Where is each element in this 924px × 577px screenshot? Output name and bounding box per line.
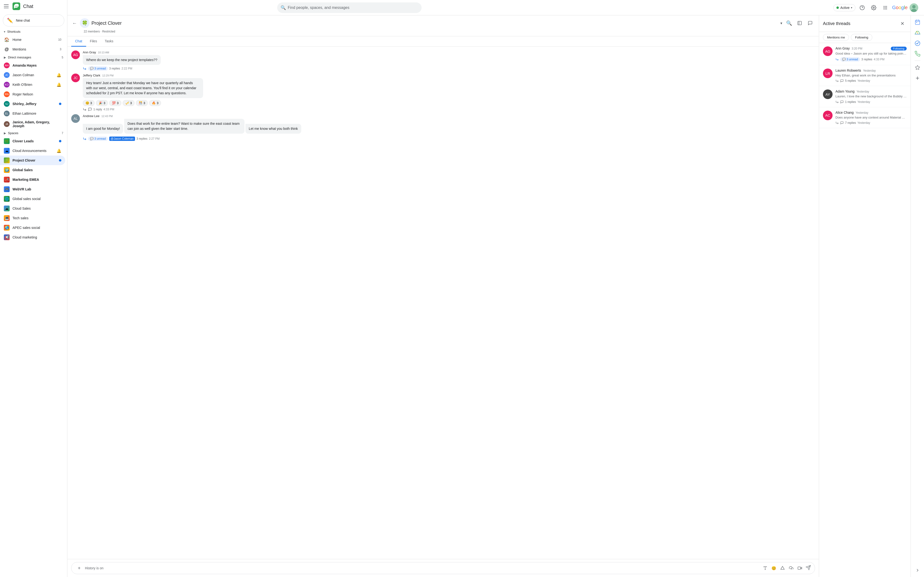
tab-chat[interactable]: Chat [71,36,86,47]
ann-gray-replies: 3 replies [109,67,120,70]
chat-threads-button[interactable] [805,18,815,28]
svg-point-10 [884,7,885,8]
tab-tasks[interactable]: Tasks [101,36,117,47]
andrew-lee-message-content: Andrew Lee 12:43 PM I am good for Monday… [83,114,815,141]
ethan-lattimore-label: Ethan Lattimore [13,111,61,115]
chat-send-button[interactable] [806,565,811,572]
spaces-expand-icon: ▶ [4,132,6,135]
mentions-label: Mentions [13,47,58,51]
jeffery-clark-time: 12:29 PM [102,74,113,77]
cloud-announcements-avatar: ☁ [4,148,10,154]
thread-adam-content: Adam Young Yesterday Lauren, I love the … [835,89,907,103]
calendar-app-icon[interactable] [913,17,922,27]
sidebar-item-roger-nelson[interactable]: RN Roger Nelson [0,89,65,99]
dm-section-header[interactable]: ▶ Direct messages 5 [0,54,67,61]
thread-item-adam-young[interactable]: AY Adam Young Yesterday Lauren, I love t… [819,86,911,107]
chat-format-button[interactable] [761,564,769,572]
filter-following-button[interactable]: Following [851,34,872,41]
thread-alice-sender: Alice Chang [835,111,854,114]
andrew-lee-thread-info[interactable]: 💬 3 unread @Jason Coleman 3 replies 2:27… [83,137,815,141]
sidebar-item-mentions[interactable]: @ Mentions 3 [0,45,65,54]
reaction-smile[interactable]: 😊3 [83,100,95,106]
sidebar-item-keith-obrien[interactable]: KO Keith O'Brien 🔔 [0,80,65,89]
chat-upload-button[interactable] [787,564,795,572]
reaction-confetti[interactable]: 🎊3 [136,100,148,106]
phone-app-icon[interactable] [913,49,922,59]
thread-adam-replies[interactable]: 1 replies Yesterday [835,100,907,104]
drive-app-icon[interactable] [913,28,922,37]
chat-tabs: Chat Files Tasks [67,36,819,47]
thread-item-lauren-robwerts[interactable]: LR Lauren Robwerts Yesterday Hey Ethan, … [819,65,911,86]
sidebar-item-ethan-lattimore[interactable]: EL Ethan Lattimore [0,109,65,118]
sidebar-item-webvr-lab[interactable]: 🎮 WebVR Lab [0,184,65,194]
chat-title: Project Clover [91,21,779,26]
andrew-lee-message-1: I am good for Monday! [83,124,123,134]
sidebar-item-marketing-emea[interactable]: 📣 Marketing EMEA [0,175,65,184]
jeffery-clark-thread-info[interactable]: 1 reply 4:33 PM [83,108,815,111]
thread-alice-replies[interactable]: 7 replies Yesterday [835,121,907,124]
sidebar: Chat ✏️ New chat ▾ Shortcuts 🏠 Home 10 @… [0,0,67,577]
thread-item-ann-gray[interactable]: AG Ann Gray 3:20 PM Following Good idea … [819,43,911,65]
expand-panel-icon[interactable] [913,566,922,575]
app-title: Chat [23,3,33,9]
chat-search-button[interactable]: 🔍 [784,18,794,28]
sidebar-item-amanda-hayes[interactable]: AH Amanda Hayes [0,61,65,70]
thread-item-alice-chang[interactable]: AC Alice Chang Yesterday Does anyone hav… [819,107,911,128]
cloud-marketing-label: Cloud marketing [13,235,61,239]
star-app-icon[interactable] [913,63,922,73]
sidebar-item-tech-sales[interactable]: 💻 Tech sales [0,213,65,223]
back-button[interactable]: ← [71,19,78,27]
chat-emoji-button[interactable]: 😊 [770,564,778,572]
filter-mentions-me-button[interactable]: Mentions me [823,34,849,41]
sidebar-item-apec-sales[interactable]: 🌏 APEC sales social [0,223,65,232]
keith-obrien-label: Keith O'Brien [13,83,55,87]
reaction-fire[interactable]: 🔥3 [149,100,161,106]
shortcuts-section-header[interactable]: ▾ Shortcuts [0,28,67,35]
spaces-section-header[interactable]: ▶ Spaces 7 [0,130,67,136]
reaction-party[interactable]: 🎉3 [96,100,108,106]
global-sales-label: Global Sales [13,168,61,172]
chat-video-button[interactable] [796,564,804,572]
jeffery-clark-message-content: Jeffery Clark 12:29 PM Hey team! Just a … [83,74,815,111]
chat-title-dropdown-icon[interactable]: ▾ [780,21,782,26]
chat-add-button[interactable]: + [75,564,83,572]
sidebar-item-janice-group[interactable]: JA Janice, Adam, Gregory, Joseph [0,118,65,130]
search-input[interactable] [277,2,422,13]
sidebar-item-jason-colman[interactable]: JC Jason Colman 🔔 [0,70,65,80]
ann-gray-time: 10:13 AM [98,51,109,54]
sidebar-item-global-sales-social[interactable]: 🌐 Global sales social [0,194,65,204]
ann-gray-thread-info[interactable]: 💬 3 unread 3 replies 2:22 PM [83,66,815,71]
tasks-app-icon[interactable] [913,39,922,48]
chat-subtitle: 22 members · Restricted [71,30,815,33]
reaction-100[interactable]: 💯3 [109,100,121,106]
thread-ann-gray-replies[interactable]: 💬 3 unread 3 replies 4:33 PM [835,57,907,61]
settings-button[interactable] [869,3,879,13]
status-indicator[interactable]: Active ▾ [833,4,855,11]
hamburger-menu-icon[interactable] [4,3,10,9]
chat-input-field[interactable] [85,566,759,570]
chat-sidebar-button[interactable] [795,18,804,28]
sidebar-item-cloud-sales[interactable]: ☁ Cloud Sales [0,204,65,213]
user-avatar[interactable] [909,3,918,12]
spaces-label: Spaces [8,131,61,135]
sidebar-item-cloud-marketing[interactable]: 📢 Cloud marketing [0,232,65,242]
sidebar-item-project-clover[interactable]: 🍀 Project Clover [0,156,65,165]
sidebar-item-shirley-jeffery[interactable]: SJ Shirley, Jeffery [0,99,65,109]
svg-point-3 [17,6,18,7]
thread-lauren-replies[interactable]: 5 replies Yesterday [835,79,907,82]
chat-drive-button[interactable] [779,564,787,572]
threads-close-button[interactable]: ✕ [898,19,907,28]
marketing-emea-avatar: 📣 [4,177,10,182]
apps-button[interactable] [880,3,890,13]
messages-area: AG Ann Gray 10:13 AM Where do we keep th… [67,47,819,559]
add-app-icon[interactable] [913,73,922,83]
sidebar-item-clover-leads[interactable]: 🌿 Clover Leads [0,136,65,146]
reaction-trumpet[interactable]: 🎺3 [123,100,134,106]
new-chat-button[interactable]: ✏️ New chat [3,15,64,26]
sidebar-item-cloud-announcements[interactable]: ☁ Cloud Announcements 🔔 [0,146,65,156]
help-button[interactable] [857,3,867,13]
sidebar-item-home[interactable]: 🏠 Home 10 [0,35,65,45]
tab-files[interactable]: Files [86,36,101,47]
sidebar-item-global-sales[interactable]: 🌍 Global Sales [0,165,65,175]
apec-sales-label: APEC sales social [13,226,61,230]
